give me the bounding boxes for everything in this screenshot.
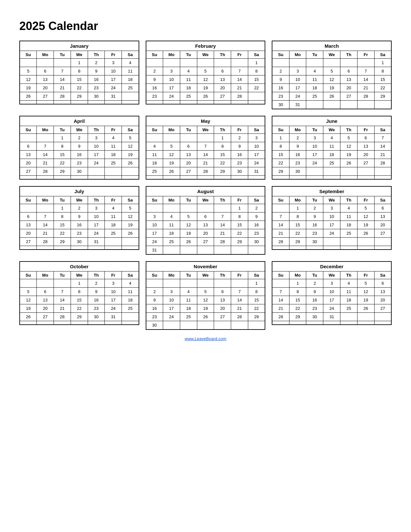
week-row: 3456789 [146,212,265,221]
day-cell: 2 [146,288,163,296]
day-cell [71,246,88,250]
day-cell: 30 [272,101,289,109]
day-cell: 29 [214,167,231,176]
day-cell [88,321,105,325]
footer: www.LeaveBoard.com [19,336,392,341]
day-cell: 3 [146,212,163,221]
day-cell: 22 [248,84,265,92]
month-april: AprilSuMoTuWeThFrSa123456789101112131415… [19,116,139,180]
week-row: 12 [146,204,265,212]
month-name-may: May [146,116,265,126]
day-header-mo: Mo [163,126,180,134]
week-row: 1 [146,279,265,288]
day-cell [340,176,357,180]
day-cell: 14 [374,142,391,151]
day-cell: 7 [272,212,289,221]
day-cell [306,176,323,180]
day-cell [197,279,214,288]
day-header-sa: Sa [122,196,139,204]
day-cell: 21 [272,304,289,313]
day-cell [374,313,391,321]
day-cell: 1 [54,134,71,142]
day-cell: 1 [289,204,306,212]
day-cell: 6 [37,67,54,75]
day-cell [180,101,197,104]
week-row: 30 [146,321,265,330]
day-cell: 25 [180,92,197,101]
day-cell: 12 [180,221,197,229]
day-cell [248,101,265,104]
day-cell: 24 [163,313,180,321]
day-cell: 6 [197,212,214,221]
day-cell: 16 [146,304,163,313]
day-cell [323,167,340,176]
day-cell [146,204,163,212]
day-header-tu: Tu [180,126,197,134]
day-cell: 3 [105,279,122,288]
day-cell [340,238,357,246]
day-cell [37,59,54,67]
day-cell: 24 [105,304,122,313]
day-cell: 29 [231,238,248,246]
day-cell: 16 [289,151,306,159]
day-cell: 1 [214,134,231,142]
day-cell [323,238,340,246]
day-cell: 29 [71,92,88,101]
day-cell [122,167,139,176]
day-header-fr: Fr [231,196,248,204]
day-cell [323,101,340,109]
day-cell [306,321,323,325]
day-cell: 20 [20,159,37,167]
day-cell: 6 [180,142,197,151]
day-cell [289,246,306,250]
month-name-february: February [146,41,265,51]
day-cell [374,176,391,180]
day-cell [214,204,231,212]
day-cell: 23 [306,304,323,313]
footer-link[interactable]: www.LeaveBoard.com [185,336,226,341]
day-header-sa: Sa [122,51,139,59]
month-name-july: July [20,186,139,196]
day-cell: 2 [71,204,88,212]
day-cell: 11 [340,288,357,296]
day-cell: 13 [37,296,54,304]
day-cell: 29 [54,238,71,246]
day-cell: 23 [289,159,306,167]
day-cell: 3 [323,204,340,212]
week-row: 31 [146,246,265,255]
day-cell: 3 [163,288,180,296]
day-header-fr: Fr [357,196,374,204]
day-cell: 9 [231,142,248,151]
day-cell: 14 [272,296,289,304]
day-cell [163,204,180,212]
day-cell: 10 [88,142,105,151]
day-header-fr: Fr [231,126,248,134]
week-row: 12345 [20,134,139,142]
day-cell [180,246,197,255]
day-cell: 12 [340,142,357,151]
day-cell: 30 [88,92,105,101]
day-cell [214,176,231,180]
day-cell: 25 [122,304,139,313]
day-cell: 20 [37,84,54,92]
day-header-fr: Fr [231,51,248,59]
day-cell: 20 [180,159,197,167]
day-cell: 30 [306,313,323,321]
day-cell: 31 [105,313,122,321]
day-cell [197,59,214,67]
day-cell: 18 [180,84,197,92]
day-cell: 13 [214,75,231,84]
day-cell: 10 [323,212,340,221]
day-cell: 14 [54,296,71,304]
day-cell: 18 [146,159,163,167]
day-cell: 5 [20,288,37,296]
day-cell: 9 [248,212,265,221]
day-cell: 26 [197,92,214,101]
week-row: 123456 [272,279,391,288]
day-cell: 29 [272,167,289,176]
day-cell: 28 [357,92,374,101]
day-cell: 29 [248,313,265,321]
day-header-mo: Mo [289,51,306,59]
week-row: 16171819202122 [146,304,265,313]
day-cell: 7 [231,67,248,75]
